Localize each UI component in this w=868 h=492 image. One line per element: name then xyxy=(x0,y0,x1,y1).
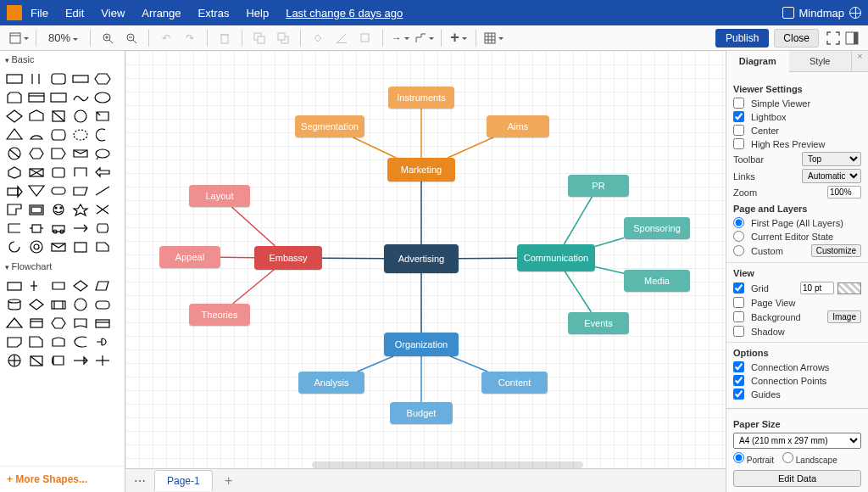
links-select[interactable]: Automatic xyxy=(802,169,861,183)
undo-icon[interactable]: ↶ xyxy=(156,28,176,48)
basic-shape[interactable] xyxy=(25,126,47,144)
node-embassy[interactable]: Embassy xyxy=(254,246,322,270)
node-organization[interactable]: Organization xyxy=(384,333,459,356)
basic-shape[interactable] xyxy=(47,70,70,88)
redo-icon[interactable]: ↷ xyxy=(180,28,200,48)
basic-shape[interactable] xyxy=(70,200,92,219)
basic-shape[interactable] xyxy=(70,163,92,182)
basic-shape[interactable] xyxy=(3,238,25,256)
flowchart-shape[interactable] xyxy=(92,333,114,351)
flowchart-shape[interactable] xyxy=(47,333,70,351)
node-budget[interactable]: Budget xyxy=(390,402,453,424)
basic-shape[interactable] xyxy=(47,163,70,182)
basic-shape[interactable] xyxy=(25,182,47,200)
basic-shape[interactable] xyxy=(70,144,92,163)
basic-shape[interactable] xyxy=(3,70,25,88)
flowchart-shape[interactable] xyxy=(25,277,47,295)
basic-shape[interactable] xyxy=(92,70,114,88)
background-checkbox[interactable] xyxy=(733,311,744,322)
flowchart-shape[interactable] xyxy=(70,351,92,370)
flowchart-shape[interactable] xyxy=(92,277,114,295)
delete-icon[interactable] xyxy=(214,28,235,48)
connection-dropdown[interactable]: → xyxy=(390,28,410,48)
landscape-radio[interactable] xyxy=(782,452,793,463)
flowchart-shape[interactable] xyxy=(47,277,70,295)
flowchart-shape[interactable] xyxy=(3,295,25,314)
last-change-link[interactable]: Last change 6 days ago xyxy=(286,7,403,20)
edge-communication-sponsoring[interactable] xyxy=(595,238,624,246)
basic-shape[interactable] xyxy=(3,219,25,238)
basic-shape[interactable] xyxy=(3,144,25,163)
simple-viewer-checkbox[interactable] xyxy=(733,98,744,109)
basic-shape[interactable] xyxy=(92,107,114,126)
node-advertising[interactable]: Advertising xyxy=(384,244,459,273)
edit-data-button[interactable]: Edit Data xyxy=(733,470,861,487)
basic-shape[interactable] xyxy=(92,126,114,144)
fullscreen-icon[interactable] xyxy=(826,31,840,45)
lightbox-checkbox[interactable] xyxy=(733,111,744,122)
node-communication[interactable]: Communication xyxy=(517,244,595,271)
node-media[interactable]: Media xyxy=(624,270,690,292)
basic-shape[interactable] xyxy=(92,88,114,107)
basic-shape[interactable] xyxy=(25,88,47,107)
basic-shape[interactable] xyxy=(92,219,114,238)
basic-shape[interactable] xyxy=(25,238,47,256)
menu-file[interactable]: File xyxy=(31,7,48,20)
grid-color-swatch[interactable] xyxy=(837,282,861,294)
landscape-option[interactable]: Landscape xyxy=(782,452,837,465)
edge-embassy-theories[interactable] xyxy=(233,270,274,304)
flowchart-shape[interactable] xyxy=(47,351,70,370)
basic-shape[interactable] xyxy=(92,144,114,163)
basic-shape[interactable] xyxy=(47,182,70,200)
basic-shape[interactable] xyxy=(70,219,92,238)
waypoint-dropdown[interactable] xyxy=(414,28,434,48)
edge-organization-content[interactable] xyxy=(450,356,487,372)
close-button[interactable]: Close xyxy=(774,29,819,48)
basic-shape[interactable] xyxy=(3,88,25,107)
basic-shape[interactable] xyxy=(3,200,25,219)
basic-shape[interactable] xyxy=(47,219,70,238)
edge-marketing-segmentation[interactable] xyxy=(353,137,397,158)
flowchart-shape[interactable] xyxy=(3,351,25,370)
node-pr[interactable]: PR xyxy=(568,175,629,197)
portrait-option[interactable]: Portrait xyxy=(733,452,774,465)
menu-extras[interactable]: Extras xyxy=(198,7,230,20)
node-segmentation[interactable]: Segmentation xyxy=(295,115,364,137)
highres-checkbox[interactable] xyxy=(733,138,744,149)
shadow-icon[interactable] xyxy=(355,28,376,48)
basic-shape[interactable] xyxy=(70,88,92,107)
guides-checkbox[interactable] xyxy=(733,389,744,400)
zoom-dropdown[interactable]: 80% xyxy=(48,31,78,44)
edge-communication-media[interactable] xyxy=(595,266,624,273)
menu-help[interactable]: Help xyxy=(246,7,269,20)
basic-shape[interactable] xyxy=(3,126,25,144)
page-tab-1[interactable]: Page-1 xyxy=(154,470,213,491)
basic-shape[interactable] xyxy=(47,200,70,219)
basic-shape[interactable] xyxy=(70,126,92,144)
basic-shape[interactable] xyxy=(3,107,25,126)
flowchart-shape[interactable] xyxy=(25,314,47,333)
more-shapes-button[interactable]: + More Shapes... xyxy=(0,466,125,492)
basic-shape[interactable] xyxy=(70,182,92,200)
flowchart-shape[interactable] xyxy=(3,277,25,295)
flowchart-shape[interactable] xyxy=(25,295,47,314)
format-panel-toggle-icon[interactable] xyxy=(845,31,859,45)
horizontal-scrollbar[interactable] xyxy=(312,461,583,468)
basic-shape[interactable] xyxy=(47,88,70,107)
basic-shape[interactable] xyxy=(92,238,114,256)
flowchart-shape[interactable] xyxy=(25,333,47,351)
table-dropdown[interactable] xyxy=(483,28,504,48)
fill-color-icon[interactable] xyxy=(308,28,328,48)
view-mode-dropdown[interactable] xyxy=(8,28,29,48)
conn-points-checkbox[interactable] xyxy=(733,375,744,386)
to-back-icon[interactable] xyxy=(273,28,293,48)
line-color-icon[interactable] xyxy=(331,28,352,48)
center-checkbox[interactable] xyxy=(733,125,744,136)
palette-section-flowchart[interactable]: Flowchart xyxy=(0,258,125,275)
portrait-radio[interactable] xyxy=(733,452,744,463)
basic-shape[interactable] xyxy=(25,70,47,88)
basic-shape[interactable] xyxy=(47,238,70,256)
flowchart-shape[interactable] xyxy=(92,295,114,314)
globe-icon[interactable] xyxy=(849,7,861,19)
node-events[interactable]: Events xyxy=(568,312,629,334)
